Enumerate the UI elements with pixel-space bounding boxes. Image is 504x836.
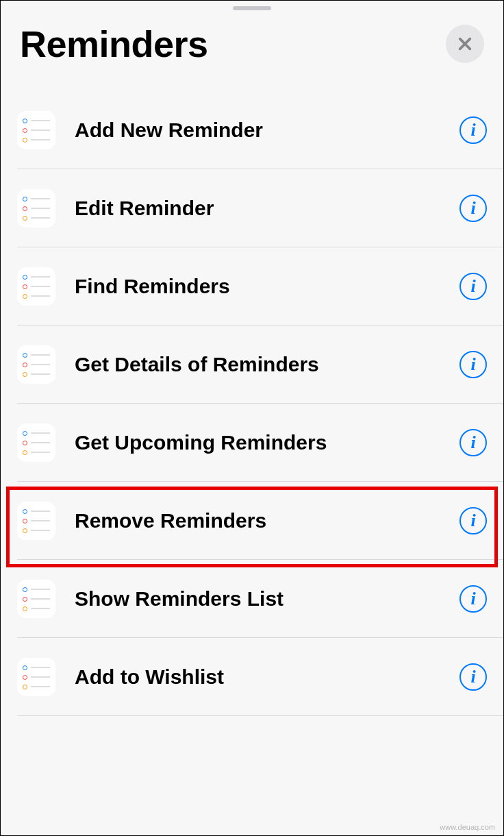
page-title: Reminders	[20, 23, 208, 65]
info-icon: i	[470, 512, 475, 530]
info-icon: i	[470, 356, 475, 373]
reminders-app-icon	[17, 345, 55, 384]
close-button[interactable]	[446, 25, 484, 63]
info-button[interactable]: i	[459, 351, 487, 378]
info-button[interactable]: i	[459, 507, 487, 534]
action-add-new-reminder[interactable]: Add New Reminder i	[1, 91, 503, 169]
action-label: Show Reminders List	[75, 587, 459, 611]
info-button[interactable]: i	[459, 429, 487, 456]
reminders-app-icon	[17, 502, 55, 540]
action-get-upcoming-reminders[interactable]: Get Upcoming Reminders i	[1, 404, 503, 482]
header: Reminders	[1, 10, 503, 84]
actions-list: Add New Reminder i Edit Reminder i Find …	[1, 91, 503, 716]
action-find-reminders[interactable]: Find Reminders i	[1, 247, 503, 325]
reminders-app-icon	[17, 423, 55, 462]
action-edit-reminder[interactable]: Edit Reminder i	[1, 169, 503, 247]
info-button[interactable]: i	[459, 116, 487, 144]
action-label: Get Details of Reminders	[75, 353, 459, 376]
reminders-app-icon	[17, 580, 55, 618]
action-remove-reminders[interactable]: Remove Reminders i	[1, 482, 503, 560]
info-button[interactable]: i	[459, 585, 487, 613]
action-label: Add New Reminder	[75, 119, 459, 142]
reminders-app-icon	[17, 189, 55, 228]
info-icon: i	[470, 121, 475, 139]
info-button[interactable]: i	[459, 195, 487, 222]
reminders-app-icon	[17, 267, 55, 306]
info-icon: i	[470, 668, 475, 686]
close-icon	[457, 36, 473, 51]
info-icon: i	[470, 278, 475, 295]
action-get-details-of-reminders[interactable]: Get Details of Reminders i	[1, 325, 503, 404]
action-label: Find Reminders	[75, 275, 459, 298]
action-label: Add to Wishlist	[75, 665, 459, 689]
info-icon: i	[470, 434, 475, 452]
info-icon: i	[470, 199, 475, 217]
action-show-reminders-list[interactable]: Show Reminders List i	[1, 560, 503, 638]
info-button[interactable]: i	[459, 273, 487, 300]
watermark: www.deuaq.com	[440, 823, 495, 831]
reminders-app-icon	[17, 111, 55, 149]
action-label: Get Upcoming Reminders	[75, 431, 459, 454]
reminders-app-icon	[17, 658, 55, 696]
action-label: Edit Reminder	[75, 197, 459, 220]
info-button[interactable]: i	[459, 663, 487, 691]
info-icon: i	[470, 590, 475, 608]
action-label: Remove Reminders	[75, 509, 459, 532]
action-add-to-wishlist[interactable]: Add to Wishlist i	[1, 638, 503, 716]
